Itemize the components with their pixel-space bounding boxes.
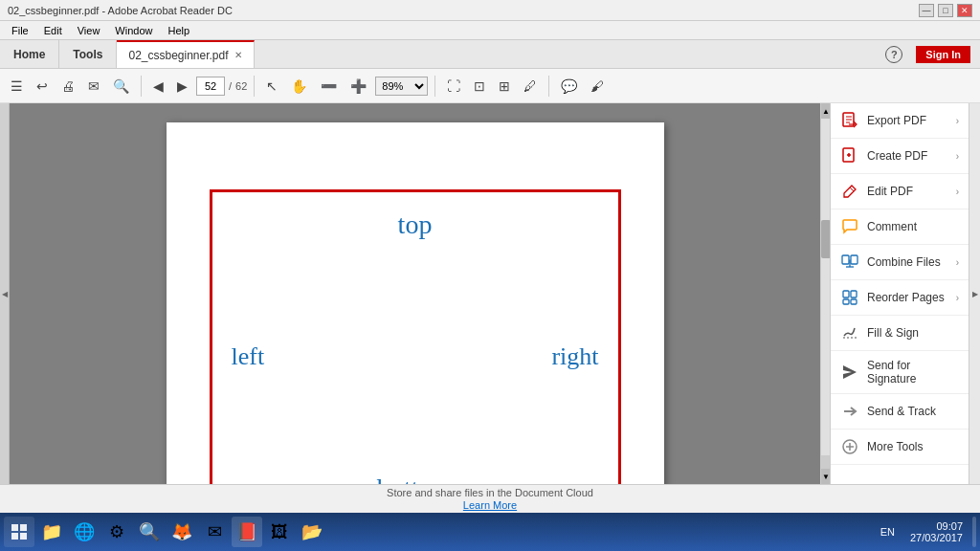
status-cloud-text: Store and share files in the Document Cl… (387, 487, 593, 498)
taskbar-photo-button[interactable]: 🖼 (264, 517, 295, 547)
toolbar-comment-button[interactable]: 💬 (556, 77, 582, 96)
start-button[interactable] (4, 517, 34, 547)
pdf-text-left: left (232, 342, 265, 371)
menu-help[interactable]: Help (160, 21, 197, 39)
learn-more-link[interactable]: Learn More (463, 499, 517, 511)
comment-icon (840, 217, 859, 236)
svg-line-8 (850, 187, 854, 191)
pdf-text-top: top (398, 209, 433, 240)
combine-files-chevron-icon: › (956, 257, 959, 268)
create-pdf-chevron-icon: › (956, 151, 959, 162)
tab-file[interactable]: 02_cssbeginner.pdf ✕ (117, 40, 254, 68)
pdf-scroll-wrapper: top left right bottom ▲ ▼ (10, 103, 830, 484)
toolbar-cursor-button[interactable]: ↖ (261, 77, 282, 96)
toolbar-hand-button[interactable]: ✋ (286, 77, 312, 96)
right-panel-toggle[interactable]: ▶ (969, 103, 980, 484)
toolbar-highlight-button[interactable]: 🖌 (586, 77, 609, 96)
menu-view[interactable]: View (70, 21, 108, 39)
svg-rect-24 (11, 533, 18, 540)
send-track-label: Send & Track (867, 405, 959, 418)
close-button[interactable]: ✕ (957, 4, 972, 17)
zoom-select[interactable]: 89% 100% 75% 50% (375, 77, 428, 96)
tab-tools[interactable]: Tools (59, 40, 117, 68)
more-tools-icon (840, 437, 859, 456)
toolbar-tools-button[interactable]: 🖊 (519, 77, 542, 96)
windows-taskbar: 📁 🌐 ⚙ 🔍 🦊 ✉ 📕 🖼 📂 EN 09:07 27/03/2017 (0, 513, 980, 551)
toolbar-next-page-button[interactable]: ▶ (172, 77, 192, 96)
toolbar-undo-button[interactable]: ↩ (32, 77, 53, 96)
taskbar-clock[interactable]: 09:07 27/03/2017 (902, 520, 970, 543)
scroll-down-button[interactable]: ▼ (821, 469, 830, 484)
taskbar-browser-button[interactable]: 🌐 (69, 517, 100, 547)
toolbar-zoom-in-button[interactable]: ➕ (345, 77, 371, 96)
panel-item-comment[interactable]: Comment (831, 209, 969, 245)
toolbar-zoom-out-button[interactable]: ➖ (316, 77, 342, 96)
panel-item-reorder-pages[interactable]: Reorder Pages › (831, 280, 969, 316)
right-tools-panel: Export PDF › Create PDF › Edit PDF › (830, 103, 969, 484)
toolbar-prev-page-button[interactable]: ◀ (148, 77, 168, 96)
scroll-up-button[interactable]: ▲ (821, 103, 830, 119)
page-separator: / (229, 80, 232, 92)
toolbar-separator-1 (141, 76, 142, 97)
menu-file[interactable]: File (4, 21, 36, 39)
toolbar-email-button[interactable]: ✉ (83, 77, 104, 96)
svg-rect-22 (11, 524, 18, 531)
svg-rect-13 (843, 291, 849, 298)
signin-button[interactable]: Sign In (916, 46, 970, 63)
pdf-canvas-area[interactable]: top left right bottom (10, 103, 820, 484)
menu-window[interactable]: Window (107, 21, 160, 39)
panel-item-create-pdf[interactable]: Create PDF › (831, 139, 969, 174)
toolbar-back-button[interactable]: ☰ (6, 77, 28, 96)
toolbar-full-screen-button[interactable]: ⊞ (494, 77, 515, 96)
tab-home[interactable]: Home (0, 40, 59, 68)
panel-item-fill-sign[interactable]: Fill & Sign (831, 316, 969, 351)
panel-item-more-tools[interactable]: More Tools (831, 430, 969, 465)
minimize-button[interactable]: — (919, 4, 934, 17)
toolbar-fit-width-button[interactable]: ⛶ (442, 77, 465, 96)
title-bar: 02_cssbeginner.pdf - Adobe Acrobat Reade… (0, 0, 980, 21)
send-signature-icon (840, 363, 859, 382)
toolbar-print-button[interactable]: 🖨 (56, 77, 79, 96)
left-panel-toggle[interactable]: ◀ (0, 103, 10, 484)
svg-rect-23 (20, 524, 27, 531)
window-controls: — □ ✕ (919, 4, 972, 17)
maximize-button[interactable]: □ (938, 4, 953, 17)
page-number-input[interactable]: 52 (196, 77, 225, 96)
taskbar-folder-button[interactable]: 📁 (36, 517, 67, 547)
taskbar-settings-button[interactable]: ⚙ (101, 517, 132, 547)
panel-item-combine-files[interactable]: Combine Files › (831, 245, 969, 280)
toolbar: ☰ ↩ 🖨 ✉ 🔍 ◀ ▶ 52 / 62 ↖ ✋ ➖ ➕ 89% 100% 7… (0, 69, 980, 103)
vertical-scrollbar[interactable]: ▲ ▼ (820, 103, 830, 484)
right-panel-wrapper: Export PDF › Create PDF › Edit PDF › (830, 103, 980, 484)
reorder-pages-icon (840, 288, 859, 307)
toolbar-fit-page-button[interactable]: ⊡ (469, 77, 490, 96)
create-pdf-icon (840, 146, 859, 165)
combine-files-label: Combine Files (867, 255, 948, 269)
taskbar-search-btn[interactable]: 🔍 (134, 517, 165, 547)
svg-rect-9 (842, 255, 849, 264)
scroll-track[interactable] (821, 119, 830, 455)
reorder-pages-chevron-icon: › (956, 293, 959, 303)
taskbar-files-button[interactable]: 📂 (297, 517, 327, 547)
panel-item-export-pdf[interactable]: Export PDF › (831, 103, 969, 139)
pdf-text-right: right (551, 342, 598, 371)
taskbar-mail-button[interactable]: ✉ (199, 517, 230, 547)
taskbar-show-desktop-button[interactable] (972, 517, 976, 547)
tab-close-icon[interactable]: ✕ (234, 50, 242, 60)
send-signature-label: Send for Signature (867, 359, 959, 386)
more-tools-label: More Tools (867, 440, 959, 453)
reorder-pages-label: Reorder Pages (867, 291, 948, 304)
menu-bar: File Edit View Window Help (0, 21, 980, 40)
taskbar-firefox-button[interactable]: 🦊 (167, 517, 197, 547)
fill-sign-label: Fill & Sign (867, 326, 959, 340)
menu-edit[interactable]: Edit (36, 21, 70, 39)
taskbar-acrobat-button[interactable]: 📕 (232, 517, 262, 547)
help-button[interactable]: ? (885, 46, 902, 63)
send-track-icon (840, 402, 859, 421)
edit-pdf-chevron-icon: › (956, 187, 959, 197)
toolbar-search-button[interactable]: 🔍 (108, 77, 134, 96)
panel-item-send-track[interactable]: Send & Track (831, 394, 969, 430)
panel-item-edit-pdf[interactable]: Edit PDF › (831, 174, 969, 209)
scroll-thumb[interactable] (821, 220, 830, 258)
panel-item-send-signature[interactable]: Send for Signature (831, 351, 969, 394)
